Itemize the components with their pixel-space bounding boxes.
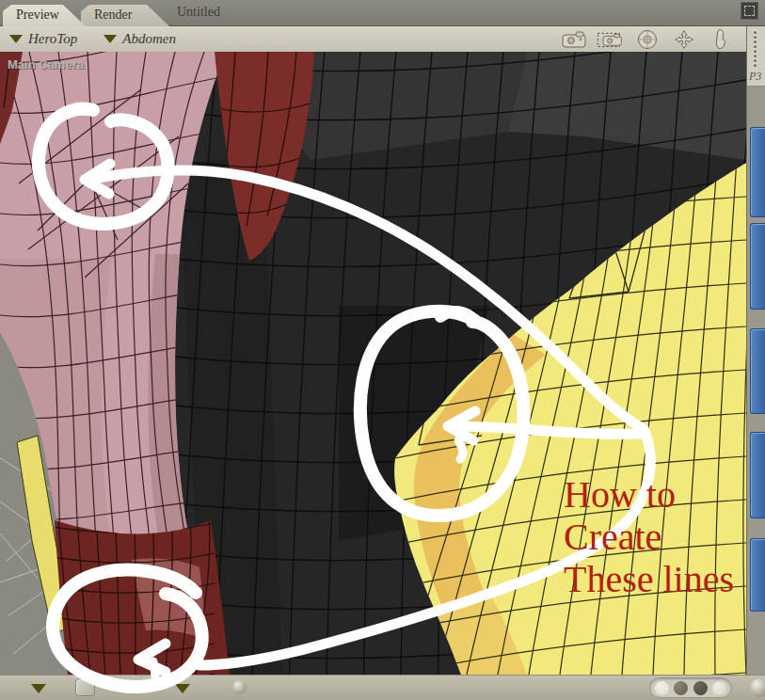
panel-item[interactable] [750,127,765,217]
panel-tag: P3 [749,70,761,84]
tab-bar: Preview Render Untitled [0,0,765,26]
preview-viewport[interactable]: Main Camera [0,52,746,675]
camera-select-icon[interactable] [597,29,625,50]
viewport-toolbar: HeroTop Abdomen [0,26,746,52]
display-style-button[interactable] [712,681,726,695]
expand-corners-icon[interactable] [741,2,758,20]
panel-grip[interactable]: P3 [747,26,765,87]
triangle-down-icon [104,35,117,43]
display-style-button[interactable] [674,681,688,695]
camera-icon[interactable] [560,29,588,50]
figure-dropdown[interactable]: HeroTop [9,31,77,47]
move-cross-icon[interactable] [670,29,698,50]
bodypart-dropdown[interactable]: Abdomen [104,31,176,47]
tab-preview[interactable]: Preview [3,5,86,26]
figure-dropdown-label: HeroTop [28,31,77,47]
triangle-down-icon[interactable] [175,684,190,693]
sphere-icon[interactable] [232,680,247,694]
display-style-pill [649,677,732,698]
grip-dots-icon [754,29,757,69]
panel-item[interactable] [750,432,765,518]
display-style-button[interactable] [655,681,669,695]
triangle-down-icon[interactable] [31,684,46,693]
panel-item[interactable] [750,328,765,414]
panel-item[interactable] [750,223,765,310]
poser-document-window: Preview Render Untitled HeroTop Abdomen [0,0,765,700]
side-panel-strip: P3 [746,26,765,675]
trackball-icon[interactable] [633,29,661,50]
square-button[interactable] [75,678,95,696]
bodypart-dropdown-label: Abdomen [122,31,176,47]
bottom-toolbar [0,675,765,700]
sphere-icon[interactable] [750,678,765,697]
camera-tools [560,29,735,50]
display-style-button[interactable] [693,681,708,695]
document-title: Untitled [177,5,220,20]
camera-name-label: Main Camera [8,57,84,72]
hand-icon[interactable] [707,29,735,50]
mesh-scene [0,52,746,675]
tab-render[interactable]: Render [81,5,169,26]
panel-item[interactable] [750,538,765,612]
triangle-down-icon [9,35,23,43]
